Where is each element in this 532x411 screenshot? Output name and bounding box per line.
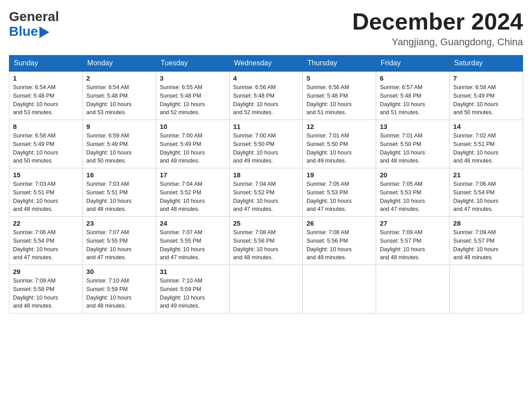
- day-number: 19: [306, 171, 372, 179]
- day-info: Sunrise: 7:03 AM Sunset: 5:51 PM Dayligh…: [86, 180, 152, 214]
- location: Yangjiang, Guangdong, China: [352, 36, 523, 48]
- logo-text: General Blue: [9, 9, 59, 39]
- day-number: 9: [86, 123, 152, 130]
- day-info: Sunrise: 7:03 AM Sunset: 5:51 PM Dayligh…: [13, 180, 79, 214]
- day-number: 18: [233, 171, 299, 179]
- calendar-table: SundayMondayTuesdayWednesdayThursdayFrid…: [9, 55, 523, 313]
- calendar-cell: 10Sunrise: 7:00 AM Sunset: 5:49 PM Dayli…: [156, 120, 229, 168]
- logo-blue: Blue: [9, 24, 38, 39]
- calendar-header-sunday: Sunday: [9, 56, 83, 72]
- calendar-cell: 4Sunrise: 6:56 AM Sunset: 5:48 PM Daylig…: [229, 71, 303, 120]
- day-info: Sunrise: 7:09 AM Sunset: 5:57 PM Dayligh…: [380, 228, 446, 262]
- day-info: Sunrise: 6:54 AM Sunset: 5:48 PM Dayligh…: [13, 83, 79, 117]
- day-number: 7: [453, 74, 519, 82]
- calendar-cell: 29Sunrise: 7:09 AM Sunset: 5:58 PM Dayli…: [9, 265, 83, 313]
- day-info: Sunrise: 7:01 AM Sunset: 5:50 PM Dayligh…: [306, 132, 372, 165]
- calendar-cell: 8Sunrise: 6:58 AM Sunset: 5:49 PM Daylig…: [9, 120, 83, 168]
- calendar-header-tuesday: Tuesday: [156, 56, 229, 72]
- calendar-week-2: 8Sunrise: 6:58 AM Sunset: 5:49 PM Daylig…: [9, 120, 523, 168]
- day-info: Sunrise: 7:00 AM Sunset: 5:49 PM Dayligh…: [160, 132, 226, 165]
- calendar-cell: 14Sunrise: 7:02 AM Sunset: 5:51 PM Dayli…: [450, 120, 523, 168]
- day-info: Sunrise: 7:10 AM Sunset: 5:59 PM Dayligh…: [160, 277, 226, 310]
- title-section: December 2024 Yangjiang, Guangdong, Chin…: [352, 9, 523, 48]
- calendar-cell: 18Sunrise: 7:04 AM Sunset: 5:52 PM Dayli…: [229, 168, 303, 217]
- day-number: 26: [306, 219, 372, 227]
- day-number: 3: [160, 74, 226, 82]
- day-number: 24: [160, 219, 226, 227]
- day-info: Sunrise: 6:58 AM Sunset: 5:49 PM Dayligh…: [13, 132, 79, 165]
- day-info: Sunrise: 7:01 AM Sunset: 5:50 PM Dayligh…: [380, 132, 446, 165]
- logo-general: General: [9, 9, 59, 24]
- day-info: Sunrise: 7:08 AM Sunset: 5:56 PM Dayligh…: [233, 228, 299, 262]
- day-info: Sunrise: 6:58 AM Sunset: 5:49 PM Dayligh…: [453, 83, 519, 117]
- day-number: 4: [233, 74, 299, 82]
- calendar-header-wednesday: Wednesday: [229, 56, 303, 72]
- day-number: 1: [13, 74, 79, 82]
- day-number: 15: [13, 171, 79, 179]
- svg-marker-0: [39, 26, 49, 38]
- calendar-cell: 26Sunrise: 7:08 AM Sunset: 5:56 PM Dayli…: [303, 217, 376, 265]
- day-number: 22: [13, 219, 79, 227]
- calendar-cell: [376, 265, 450, 313]
- calendar-cell: 16Sunrise: 7:03 AM Sunset: 5:51 PM Dayli…: [82, 168, 156, 217]
- calendar-cell: 19Sunrise: 7:05 AM Sunset: 5:53 PM Dayli…: [303, 168, 376, 217]
- calendar-cell: 24Sunrise: 7:07 AM Sunset: 5:55 PM Dayli…: [156, 217, 229, 265]
- calendar-week-3: 15Sunrise: 7:03 AM Sunset: 5:51 PM Dayli…: [9, 168, 523, 217]
- day-number: 2: [86, 74, 152, 82]
- calendar-cell: 22Sunrise: 7:06 AM Sunset: 5:54 PM Dayli…: [9, 217, 83, 265]
- day-number: 25: [233, 219, 299, 227]
- day-number: 27: [380, 219, 446, 227]
- day-info: Sunrise: 6:54 AM Sunset: 5:48 PM Dayligh…: [86, 83, 152, 117]
- day-number: 8: [13, 123, 79, 130]
- day-info: Sunrise: 7:10 AM Sunset: 5:59 PM Dayligh…: [86, 277, 152, 310]
- calendar-cell: 1Sunrise: 6:54 AM Sunset: 5:48 PM Daylig…: [9, 71, 83, 120]
- calendar-cell: 31Sunrise: 7:10 AM Sunset: 5:59 PM Dayli…: [156, 265, 229, 313]
- calendar-cell: 9Sunrise: 6:59 AM Sunset: 5:49 PM Daylig…: [82, 120, 156, 168]
- calendar-cell: 3Sunrise: 6:55 AM Sunset: 5:48 PM Daylig…: [156, 71, 229, 120]
- day-number: 16: [86, 171, 152, 179]
- calendar-week-1: 1Sunrise: 6:54 AM Sunset: 5:48 PM Daylig…: [9, 71, 523, 120]
- day-number: 6: [380, 74, 446, 82]
- day-number: 5: [306, 74, 372, 82]
- calendar-cell: [450, 265, 523, 313]
- day-number: 21: [453, 171, 519, 179]
- calendar-cell: 25Sunrise: 7:08 AM Sunset: 5:56 PM Dayli…: [229, 217, 303, 265]
- logo-triangle-icon: [39, 26, 49, 38]
- day-info: Sunrise: 7:02 AM Sunset: 5:51 PM Dayligh…: [453, 132, 519, 165]
- calendar-header-row: SundayMondayTuesdayWednesdayThursdayFrid…: [9, 56, 523, 72]
- calendar-header-monday: Monday: [82, 56, 156, 72]
- day-number: 14: [453, 123, 519, 130]
- calendar-cell: [303, 265, 376, 313]
- day-number: 12: [306, 123, 372, 130]
- calendar-header-friday: Friday: [376, 56, 450, 72]
- day-number: 11: [233, 123, 299, 130]
- calendar-cell: [229, 265, 303, 313]
- day-info: Sunrise: 7:05 AM Sunset: 5:53 PM Dayligh…: [380, 180, 446, 214]
- logo: General Blue: [9, 9, 59, 39]
- day-info: Sunrise: 7:09 AM Sunset: 5:57 PM Dayligh…: [453, 228, 519, 262]
- day-info: Sunrise: 7:07 AM Sunset: 5:55 PM Dayligh…: [86, 228, 152, 262]
- calendar-cell: 27Sunrise: 7:09 AM Sunset: 5:57 PM Dayli…: [376, 217, 450, 265]
- calendar-cell: 23Sunrise: 7:07 AM Sunset: 5:55 PM Dayli…: [82, 217, 156, 265]
- calendar-cell: 13Sunrise: 7:01 AM Sunset: 5:50 PM Dayli…: [376, 120, 450, 168]
- day-number: 29: [13, 268, 79, 275]
- calendar-cell: 17Sunrise: 7:04 AM Sunset: 5:52 PM Dayli…: [156, 168, 229, 217]
- calendar-cell: 15Sunrise: 7:03 AM Sunset: 5:51 PM Dayli…: [9, 168, 83, 217]
- day-info: Sunrise: 6:56 AM Sunset: 5:48 PM Dayligh…: [306, 83, 372, 117]
- calendar-cell: 11Sunrise: 7:00 AM Sunset: 5:50 PM Dayli…: [229, 120, 303, 168]
- calendar-cell: 6Sunrise: 6:57 AM Sunset: 5:48 PM Daylig…: [376, 71, 450, 120]
- day-info: Sunrise: 6:59 AM Sunset: 5:49 PM Dayligh…: [86, 132, 152, 165]
- day-info: Sunrise: 7:06 AM Sunset: 5:54 PM Dayligh…: [13, 228, 79, 262]
- calendar-cell: 7Sunrise: 6:58 AM Sunset: 5:49 PM Daylig…: [450, 71, 523, 120]
- day-number: 10: [160, 123, 226, 130]
- day-info: Sunrise: 7:09 AM Sunset: 5:58 PM Dayligh…: [13, 277, 79, 310]
- day-number: 17: [160, 171, 226, 179]
- day-info: Sunrise: 7:04 AM Sunset: 5:52 PM Dayligh…: [160, 180, 226, 214]
- calendar-week-4: 22Sunrise: 7:06 AM Sunset: 5:54 PM Dayli…: [9, 217, 523, 265]
- day-info: Sunrise: 6:56 AM Sunset: 5:48 PM Dayligh…: [233, 83, 299, 117]
- calendar-cell: 21Sunrise: 7:06 AM Sunset: 5:54 PM Dayli…: [450, 168, 523, 217]
- day-info: Sunrise: 7:08 AM Sunset: 5:56 PM Dayligh…: [306, 228, 372, 262]
- day-info: Sunrise: 6:57 AM Sunset: 5:48 PM Dayligh…: [380, 83, 446, 117]
- day-info: Sunrise: 7:05 AM Sunset: 5:53 PM Dayligh…: [306, 180, 372, 214]
- day-number: 30: [86, 268, 152, 275]
